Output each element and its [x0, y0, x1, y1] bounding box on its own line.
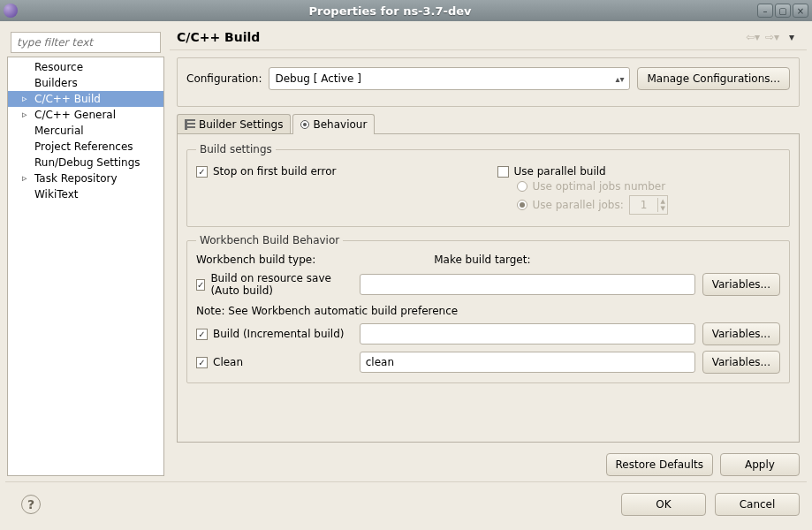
use-parallel-build-checkbox[interactable] [497, 166, 509, 178]
nav-tree[interactable]: Resource Builders C/C++ Build C/C++ Gene… [7, 57, 164, 476]
help-icon[interactable]: ? [21, 495, 41, 514]
tree-item-resource[interactable]: Resource [8, 59, 163, 75]
tree-item-task-repository[interactable]: Task Repository [8, 170, 163, 186]
stop-on-first-error-label: Stop on first build error [213, 165, 337, 178]
chevron-updown-icon: ▴▾ [615, 74, 624, 84]
auto-build-note: Note: See Workbench automatic build pref… [196, 305, 780, 317]
use-parallel-build-label: Use parallel build [514, 165, 606, 178]
window-title: Properties for ns-3.7-dev [23, 4, 757, 18]
auto-build-label: Build on resource save (Auto build) [210, 272, 352, 297]
tabs: Builder Settings Behaviour [177, 114, 800, 134]
maximize-button[interactable]: ▢ [775, 4, 791, 18]
incremental-build-checkbox[interactable]: ✓ [196, 329, 208, 340]
tree-item-ccpp-build[interactable]: C/C++ Build [8, 91, 163, 107]
right-pane: C/C++ Build ⇦▾ ⇨▾ ▾ Configuration: Debug… [170, 26, 807, 478]
configuration-label: Configuration: [186, 72, 262, 85]
clean-checkbox[interactable]: ✓ [196, 357, 208, 368]
filter-input[interactable] [11, 32, 161, 53]
tab-builder-settings[interactable]: Builder Settings [177, 114, 291, 134]
tab-behaviour[interactable]: Behaviour [292, 114, 375, 134]
parallel-jobs-value: 1 [630, 199, 658, 211]
nav-menu-icon[interactable]: ▾ [784, 30, 800, 44]
use-optimal-jobs-label: Use optimal jobs number [533, 180, 666, 193]
workbench-build-type-header: Workbench build type: [196, 254, 427, 266]
minimize-button[interactable]: – [757, 4, 773, 18]
tree-item-project-references[interactable]: Project References [8, 139, 163, 155]
titlebar: Properties for ns-3.7-dev – ▢ × [0, 0, 812, 21]
build-settings-legend: Build settings [196, 143, 276, 155]
clean-variables-button[interactable]: Variables... [702, 351, 780, 374]
app-icon [4, 4, 18, 18]
tree-item-builders[interactable]: Builders [8, 75, 163, 91]
workbench-legend: Workbench Build Behavior [196, 234, 343, 246]
make-build-target-header: Make build target: [434, 254, 770, 266]
auto-build-target-input[interactable] [360, 274, 695, 295]
incremental-target-input[interactable] [360, 323, 695, 344]
clean-label: Clean [213, 356, 243, 368]
use-optimal-jobs-radio [517, 181, 527, 192]
configuration-value: Debug [ Active ] [275, 72, 360, 85]
restore-defaults-button[interactable]: Restore Defaults [606, 453, 713, 476]
tab-behaviour-label: Behaviour [313, 118, 367, 131]
apply-button[interactable]: Apply [720, 453, 800, 476]
ok-button[interactable]: OK [621, 493, 706, 516]
tree-item-mercurial[interactable]: Mercurial [8, 123, 163, 139]
configuration-row: Configuration: Debug [ Active ] ▴▾ Manag… [177, 57, 800, 107]
tab-panel-behaviour: Build settings ✓ Stop on first build err… [177, 133, 800, 443]
use-parallel-jobs-radio [517, 200, 527, 210]
auto-build-checkbox[interactable]: ✓ [196, 279, 205, 291]
parallel-jobs-spinner: 1 ▲▼ [629, 195, 668, 215]
list-icon [185, 119, 195, 130]
use-parallel-jobs-label: Use parallel jobs: [533, 199, 624, 211]
nav-forward-icon[interactable]: ⇨▾ [764, 30, 780, 44]
tab-builder-settings-label: Builder Settings [199, 118, 283, 131]
build-settings-group: Build settings ✓ Stop on first build err… [186, 143, 790, 227]
workbench-build-behavior-group: Workbench Build Behavior Workbench build… [186, 234, 790, 383]
incremental-variables-button[interactable]: Variables... [702, 322, 780, 345]
close-button[interactable]: × [793, 4, 808, 18]
nav-back-icon[interactable]: ⇦▾ [745, 30, 761, 44]
tree-item-wikitext[interactable]: WikiText [8, 186, 163, 202]
manage-configurations-button[interactable]: Manage Configurations... [637, 67, 790, 90]
cancel-button[interactable]: Cancel [715, 493, 800, 516]
incremental-build-label: Build (Incremental build) [213, 328, 345, 340]
page-title: C/C++ Build [177, 30, 741, 44]
tree-item-run-debug-settings[interactable]: Run/Debug Settings [8, 155, 163, 170]
left-pane: Resource Builders C/C++ Build C/C++ Gene… [5, 26, 166, 478]
tree-item-ccpp-general[interactable]: C/C++ General [8, 107, 163, 123]
radio-icon [300, 120, 309, 129]
auto-build-variables-button[interactable]: Variables... [702, 273, 780, 296]
configuration-select[interactable]: Debug [ Active ] ▴▾ [269, 67, 630, 90]
stop-on-first-error-checkbox[interactable]: ✓ [196, 166, 208, 178]
clean-target-input[interactable] [360, 352, 695, 373]
